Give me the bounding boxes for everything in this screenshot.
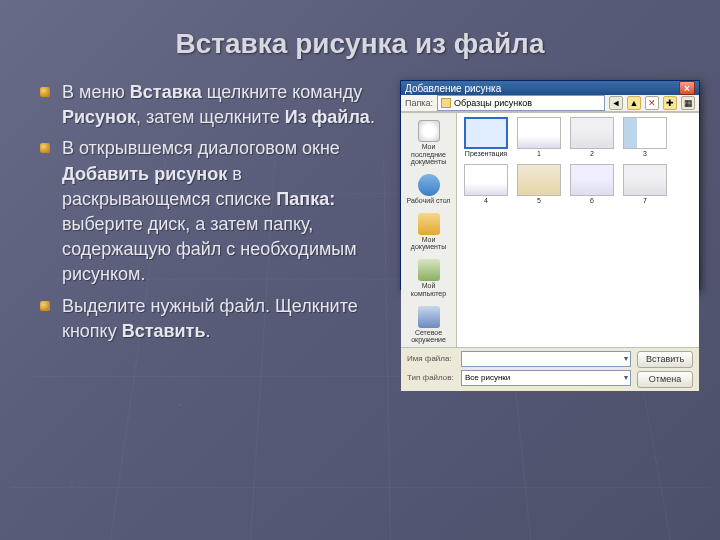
- content-row: В меню Вставка щелкните команду Рисунок,…: [0, 60, 720, 350]
- dialog-toolbar: Папка: Образцы рисунков ◄ ▲ ✕ ✚ ▦: [401, 95, 699, 112]
- insert-picture-dialog: Добавление рисунка × Папка: Образцы рису…: [400, 80, 700, 290]
- place-recent[interactable]: Мои последние документы: [405, 117, 453, 169]
- folder-label: Папка:: [405, 98, 433, 108]
- dialog-column: Добавление рисунка × Папка: Образцы рису…: [400, 80, 700, 350]
- views-icon[interactable]: ▦: [681, 96, 695, 110]
- file-thumb[interactable]: 7: [620, 164, 670, 208]
- recent-icon: [418, 120, 440, 142]
- file-thumb[interactable]: 6: [567, 164, 617, 208]
- footer-buttons: Вставить Отмена: [637, 351, 693, 388]
- bullet-item-1: В меню Вставка щелкните команду Рисунок,…: [40, 80, 388, 130]
- file-thumb[interactable]: 5: [514, 164, 564, 208]
- filetype-label: Тип файлов:: [407, 373, 457, 382]
- file-thumb[interactable]: 4: [461, 164, 511, 208]
- computer-icon: [418, 259, 440, 281]
- file-list[interactable]: Презентация 1 2 3 4 5 6 7: [457, 113, 699, 347]
- cancel-button[interactable]: Отмена: [637, 371, 693, 388]
- up-folder-icon[interactable]: ▲: [627, 96, 641, 110]
- place-documents[interactable]: Мои документы: [405, 210, 453, 254]
- file-thumb[interactable]: 2: [567, 117, 617, 161]
- thumb-preview: [517, 164, 561, 196]
- thumb-preview: [464, 164, 508, 196]
- bullet-list: В меню Вставка щелкните команду Рисунок,…: [40, 80, 388, 344]
- folder-icon: [441, 98, 451, 108]
- insert-button[interactable]: Вставить: [637, 351, 693, 368]
- thumb-preview: [517, 117, 561, 149]
- footer-fields: Имя файла: Тип файлов: Все рисунки: [407, 351, 631, 388]
- filename-combo[interactable]: [461, 351, 631, 367]
- thumb-preview: [623, 117, 667, 149]
- network-icon: [418, 306, 440, 328]
- thumb-preview: [570, 117, 614, 149]
- dialog-footer: Имя файла: Тип файлов: Все рисунки Встав…: [401, 347, 699, 391]
- new-folder-icon[interactable]: ✚: [663, 96, 677, 110]
- dialog-titlebar[interactable]: Добавление рисунка ×: [401, 81, 699, 95]
- thumb-preview: [464, 117, 508, 149]
- documents-icon: [418, 213, 440, 235]
- page-title: Вставка рисунка из файла: [0, 0, 720, 60]
- folder-path-combo[interactable]: Образцы рисунков: [437, 95, 605, 111]
- close-icon[interactable]: ×: [679, 81, 695, 95]
- desktop-icon: [418, 174, 440, 196]
- dialog-body: Мои последние документы Рабочий стол Мои…: [401, 112, 699, 347]
- text-column: В меню Вставка щелкните команду Рисунок,…: [40, 80, 388, 350]
- back-icon[interactable]: ◄: [609, 96, 623, 110]
- filename-label: Имя файла:: [407, 354, 457, 363]
- thumb-preview: [570, 164, 614, 196]
- place-computer[interactable]: Мой компьютер: [405, 256, 453, 300]
- thumb-preview: [623, 164, 667, 196]
- bullet-item-3: Выделите нужный файл. Щелкните кнопку Вс…: [40, 294, 388, 344]
- file-thumb[interactable]: 3: [620, 117, 670, 161]
- folder-path-text: Образцы рисунков: [454, 98, 532, 108]
- places-bar: Мои последние документы Рабочий стол Мои…: [401, 113, 457, 347]
- file-thumb[interactable]: Презентация: [461, 117, 511, 161]
- bullet-item-2: В открывшемся диалоговом окне Добавить р…: [40, 136, 388, 287]
- delete-icon[interactable]: ✕: [645, 96, 659, 110]
- place-desktop[interactable]: Рабочий стол: [405, 171, 453, 208]
- place-network[interactable]: Сетевое окружение: [405, 303, 453, 347]
- dialog-title-text: Добавление рисунка: [405, 83, 679, 94]
- filetype-combo[interactable]: Все рисунки: [461, 370, 631, 386]
- file-thumb[interactable]: 1: [514, 117, 564, 161]
